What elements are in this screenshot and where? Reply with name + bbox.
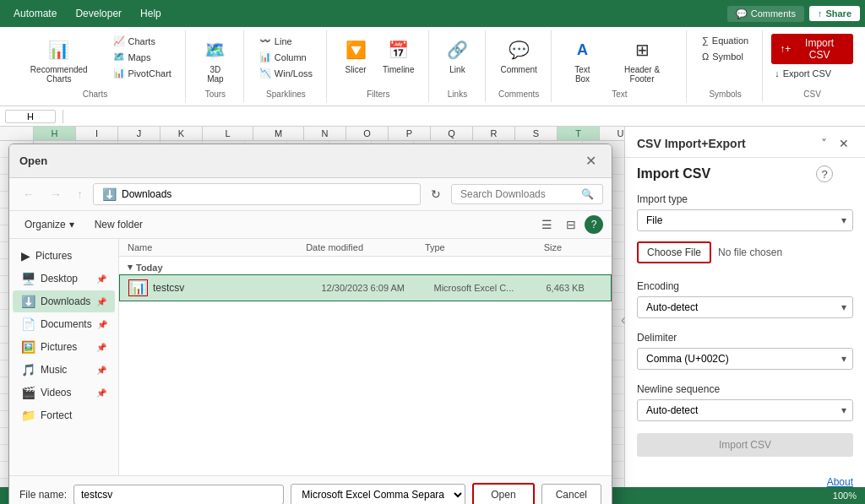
links-group-label: Links xyxy=(448,86,467,99)
pin-icon-downloads: 📌 xyxy=(96,297,106,306)
slicer-button[interactable]: 🔽 Slicer xyxy=(337,34,374,77)
import-csv-ribbon-button[interactable]: ↑+ Import CSV xyxy=(771,34,853,64)
equation-button[interactable]: ∑ Equation xyxy=(697,34,753,47)
file-column-headers: Name Date modified Type Size xyxy=(119,239,612,257)
sidebar-item-desktop[interactable]: 🖥️ Desktop 📌 xyxy=(13,268,115,290)
sidebar-item-pictures[interactable]: 🖼️ Pictures 📌 xyxy=(13,336,115,358)
cell-reference-input[interactable]: H xyxy=(5,110,56,123)
path-label: Downloads xyxy=(122,188,171,200)
file-name-input[interactable]: testcsv xyxy=(73,485,284,504)
formula-input[interactable] xyxy=(70,111,860,122)
text-items: A Text Box ⊞ Header & Footer xyxy=(562,34,677,86)
link-button[interactable]: 🔗 Link xyxy=(439,34,476,77)
dialog-file-area: Name Date modified Type Size ▾ Today 📊 t… xyxy=(119,239,612,475)
ribbon-group-symbols: ∑ Equation Ω Symbol Symbols xyxy=(688,30,763,102)
cancel-button[interactable]: Cancel xyxy=(541,484,601,504)
link-icon: 🔗 xyxy=(444,36,471,63)
pin-icon: 📌 xyxy=(96,274,106,284)
formula-bar: H xyxy=(0,106,865,127)
ribbon-group-comments: 💬 Comment Comments xyxy=(487,30,552,102)
header-footer-button[interactable]: ⊞ Header & Footer xyxy=(607,34,677,86)
sidebar-item-downloads[interactable]: ⬇️ Downloads 📌 xyxy=(13,290,115,312)
help-view-button[interactable]: ? xyxy=(585,215,603,234)
tab-developer[interactable]: Developer xyxy=(67,4,130,23)
tab-automate[interactable]: Automate xyxy=(5,4,65,23)
file-row-testcsv[interactable]: 📊 testcsv 12/30/2023 6:09 AM Microsoft E… xyxy=(119,274,612,301)
pictures-top-icon: ▶ xyxy=(21,249,30,263)
panel-expand-arrow[interactable]: ‹ xyxy=(621,312,625,328)
sidebar-item-label: Music xyxy=(41,364,67,376)
sidebar-item-pictures-top[interactable]: ▶ Pictures xyxy=(13,245,115,267)
pin-icon-pictures: 📌 xyxy=(96,343,106,352)
share-button[interactable]: ↑ Share xyxy=(809,6,860,21)
sidebar-item-label: Pictures xyxy=(35,250,72,262)
file-name-label: File name: xyxy=(19,489,67,501)
back-button[interactable]: ← xyxy=(18,185,40,203)
file-type-select[interactable]: Microsoft Excel Comma Separa xyxy=(291,484,465,504)
ribbon-group-links: 🔗 Link Links xyxy=(431,30,486,102)
file-size-cell: 6,463 KB xyxy=(547,283,603,293)
pivotchart-button[interactable]: 📊 PivotChart xyxy=(108,66,177,80)
column-button[interactable]: 📊 Column xyxy=(254,50,318,64)
dialog-title: Open xyxy=(19,154,47,167)
comments-group-label: Comments xyxy=(498,86,539,99)
win-loss-button[interactable]: 📉 Win/Loss xyxy=(254,66,318,80)
symbol-button[interactable]: Ω Symbol xyxy=(697,50,753,63)
textbox-button[interactable]: A Text Box xyxy=(562,34,603,86)
forward-button[interactable]: → xyxy=(45,185,67,203)
sidebar-item-music[interactable]: 🎵 Music 📌 xyxy=(13,359,115,381)
dialog-titlebar: Open ✕ xyxy=(9,144,612,178)
search-icon: 🔍 xyxy=(581,188,594,200)
tab-help[interactable]: Help xyxy=(132,4,170,23)
ribbon-group-tours: 🗺️ 3D Map Tours xyxy=(188,30,244,102)
dialog-footer: File name: testcsv Microsoft Excel Comma… xyxy=(9,475,612,504)
3d-map-button[interactable]: 🗺️ 3D Map xyxy=(196,34,235,86)
line-button[interactable]: 〰️ Line xyxy=(254,34,318,48)
file-type-cell: Microsoft Excel C... xyxy=(434,283,547,293)
group-chevron-icon: ▾ xyxy=(128,262,133,273)
pictures-icon: 🖼️ xyxy=(21,340,35,354)
refresh-button[interactable]: ↻ xyxy=(426,185,446,203)
ribbon: Automate Developer Help 💬 Comments ↑ Sha… xyxy=(0,0,865,106)
dialog-close-button[interactable]: ✕ xyxy=(580,151,601,171)
sidebar-item-documents[interactable]: 📄 Documents 📌 xyxy=(13,313,115,335)
charts-button[interactable]: 📈 Charts xyxy=(108,34,177,48)
up-button[interactable]: ↑ xyxy=(72,185,88,203)
file-group-today[interactable]: ▾ Today xyxy=(119,257,612,274)
search-input[interactable] xyxy=(460,188,576,200)
dialog-actions: Organize ▾ New folder ☰ ⊟ ? xyxy=(9,211,612,239)
ribbon-app-tabs: Automate Developer Help xyxy=(5,4,170,23)
desktop-icon: 🖥️ xyxy=(21,272,35,285)
tours-items: 🗺️ 3D Map xyxy=(196,34,235,86)
documents-icon: 📄 xyxy=(21,317,35,331)
organize-button[interactable]: Organize ▾ xyxy=(18,216,81,233)
path-folder-icon: ⬇️ xyxy=(102,187,117,201)
list-view-button[interactable]: ☰ xyxy=(536,215,558,234)
new-folder-button[interactable]: New folder xyxy=(88,216,150,233)
sidebar-item-videos[interactable]: 🎬 Videos 📌 xyxy=(13,382,115,404)
open-button[interactable]: Open xyxy=(472,483,534,504)
export-csv-ribbon-button[interactable]: ↓ Export CSV xyxy=(771,67,835,80)
sidebar-item-label: Desktop xyxy=(41,273,78,285)
recommended-charts-label: Recommended Charts xyxy=(19,65,100,84)
symbols-group-label: Symbols xyxy=(709,86,741,99)
recommended-charts-icon: 📊 xyxy=(46,36,73,63)
dialog-toolbar: ← → ↑ ⬇️ Downloads ↻ 🔍 xyxy=(9,178,612,211)
col-date: Date modified xyxy=(306,242,425,252)
maps-button[interactable]: 🗺️ Maps xyxy=(108,50,177,64)
ribbon-group-charts: 📊 Recommended Charts 📈 Charts 🗺️ Maps 📊 … xyxy=(5,30,186,102)
comments-button[interactable]: 💬 Comments xyxy=(727,6,804,22)
recommended-charts-button[interactable]: 📊 Recommended Charts xyxy=(14,34,105,86)
comment-button[interactable]: 💬 Comment xyxy=(496,34,542,77)
sidebar-item-label: Downloads xyxy=(41,295,90,307)
timeline-button[interactable]: 📅 Timeline xyxy=(378,34,419,77)
open-dialog: Open ✕ ← → ↑ ⬇️ Downloads ↻ 🔍 xyxy=(8,144,612,504)
filters-items: 🔽 Slicer 📅 Timeline xyxy=(337,34,419,86)
formula-divider xyxy=(63,110,63,123)
details-view-button[interactable]: ⊟ xyxy=(561,215,581,234)
charts-group-label: Charts xyxy=(83,86,107,99)
sidebar-item-fortect[interactable]: 📁 Fortect xyxy=(13,404,115,426)
ribbon-group-text: A Text Box ⊞ Header & Footer Text xyxy=(553,30,687,102)
file-name-cell: testcsv xyxy=(153,282,322,294)
fortect-icon: 📁 xyxy=(21,409,35,422)
